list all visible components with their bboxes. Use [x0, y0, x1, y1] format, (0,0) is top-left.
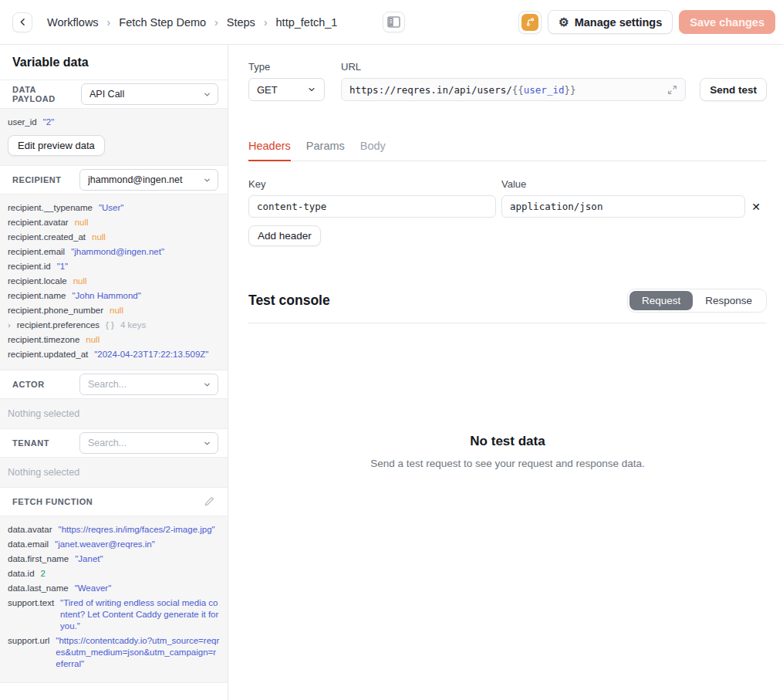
data-value: "2024-04-23T17:22:13.509Z": [94, 349, 208, 360]
value-label: Value: [501, 178, 745, 190]
breadcrumb-item[interactable]: › Steps: [206, 16, 255, 29]
chevron-left-icon: [18, 17, 28, 27]
chevron-down-icon: [203, 176, 211, 184]
breadcrumb-item[interactable]: › Fetch Step Demo: [99, 16, 207, 29]
chevron-down-icon: [203, 380, 211, 389]
actor-search-placeholder: Search...: [88, 379, 127, 390]
data-row: data.email "janet.weaver@reqres.in": [8, 537, 220, 552]
data-payload-select[interactable]: API Call: [81, 83, 218, 105]
toggle-segment[interactable]: Request: [629, 291, 693, 310]
tab[interactable]: Headers: [248, 140, 291, 161]
actor-empty-state: Nothing selected: [0, 398, 228, 429]
breadcrumb-label: Workflows: [47, 16, 99, 29]
fetch-function-section-header: FETCH FUNCTION: [0, 488, 228, 516]
expand-icon[interactable]: [667, 85, 677, 95]
chevron-down-icon: [203, 90, 211, 99]
data-key: recipient.updated_at: [8, 349, 88, 360]
actor-label: ACTOR: [12, 380, 45, 389]
git-branch-icon: [521, 14, 538, 31]
data-row: recipient.id "1": [8, 259, 220, 274]
url-value: https://reqres.in/api/users/{{user_id}}: [349, 84, 667, 96]
header-key-input[interactable]: [248, 195, 496, 218]
request-tabs: Headers Params Body: [248, 140, 767, 161]
data-row: recipient.avatar null: [8, 215, 220, 230]
data-key: recipient.id: [8, 261, 51, 272]
manage-settings-button[interactable]: ⚙ Manage settings: [548, 10, 673, 34]
data-row: recipient.phone_number null: [8, 303, 220, 318]
url-input[interactable]: https://reqres.in/api/users/{{user_id}}: [341, 78, 686, 101]
data-value: "janet.weaver@reqres.in": [55, 539, 155, 550]
tab[interactable]: Body: [360, 140, 386, 161]
data-key: recipient.__typename: [8, 202, 93, 214]
data-key: recipient.created_at: [8, 232, 86, 243]
data-value: null: [75, 217, 89, 228]
tenant-label: TENANT: [12, 438, 49, 448]
remove-header-button[interactable]: ✕: [745, 201, 767, 218]
fetch-function-label: FETCH FUNCTION: [12, 497, 93, 506]
data-row: data.last_name "Weaver": [8, 581, 220, 596]
toggle-panel-button[interactable]: [383, 12, 405, 32]
breadcrumb-separator-icon: ›: [107, 16, 111, 29]
header-value-input[interactable]: [501, 195, 745, 218]
sidebar-layout-icon: [387, 16, 400, 28]
recipient-select[interactable]: jhammond@ingen.net: [79, 169, 218, 191]
tenant-section-header: TENANT Search...: [0, 429, 228, 457]
edit-preview-data-button[interactable]: Edit preview data: [8, 135, 105, 156]
empty-state-title: No test data: [248, 434, 767, 449]
request-editor-panel: Type GET URL https://reqres.in/api/users…: [228, 45, 783, 700]
data-key: user_id: [8, 117, 37, 128]
recipient-section-header: RECIPIENT jhammond@ingen.net: [0, 166, 228, 194]
data-key: recipient.timezone: [8, 334, 79, 346]
add-header-button[interactable]: Add header: [248, 225, 321, 246]
toggle-segment[interactable]: Response: [693, 291, 764, 310]
data-value: "Janet": [75, 553, 103, 565]
tenant-search-placeholder: Search...: [88, 438, 127, 448]
type-label: Type: [248, 61, 325, 73]
data-value: null: [73, 276, 87, 287]
data-row: data.first_name "Janet": [8, 552, 220, 566]
data-payload-label: DATA PAYLOAD: [12, 85, 81, 103]
data-key: data.last_name: [8, 583, 69, 594]
data-row: recipient.updated_at "2024-04-23T17:22:1…: [8, 347, 220, 362]
empty-state-subtitle: Send a test request to see your request …: [248, 458, 767, 469]
data-row: recipient.name "John Hammond": [8, 289, 220, 303]
data-key: data.avatar: [8, 524, 52, 536]
breadcrumb-label: http_fetch_1: [276, 16, 338, 29]
edit-fetch-function-button[interactable]: [200, 494, 218, 509]
data-value: { }: [106, 320, 114, 331]
data-value: "https://contentcaddy.io?utm_source=reqr…: [56, 635, 220, 670]
data-value: null: [86, 334, 100, 346]
test-console-title: Test console: [248, 293, 330, 309]
recipient-data-list: recipient.__typename "User" recipient.av…: [0, 194, 228, 370]
breadcrumb-label: Fetch Step Demo: [119, 16, 206, 29]
breadcrumb-item[interactable]: › http_fetch_1: [255, 16, 338, 29]
tenant-search-select[interactable]: Search...: [79, 432, 218, 454]
fetch-function-data-list: data.avatar "https://reqres.in/img/faces…: [0, 516, 228, 683]
save-changes-button[interactable]: Save changes: [679, 10, 775, 34]
breadcrumb-item[interactable]: › Workflows: [47, 16, 99, 29]
recipient-label: RECIPIENT: [12, 175, 62, 184]
data-value: "Tired of writing endless social media c…: [60, 597, 220, 632]
chevron-down-icon: [203, 439, 211, 448]
pencil-icon: [203, 495, 215, 508]
send-test-button[interactable]: Send test: [700, 78, 767, 101]
chevron-down-icon: [307, 85, 316, 94]
data-key: recipient.locale: [8, 276, 67, 287]
sidebar-title: Variable data: [0, 45, 228, 80]
method-select[interactable]: GET: [248, 78, 325, 101]
data-row: recipient.created_at null: [8, 230, 220, 245]
data-row: data.id 2: [8, 566, 220, 581]
expand-chevron-icon[interactable]: ›: [8, 320, 11, 331]
actor-search-select[interactable]: Search...: [79, 374, 218, 395]
variable-data-sidebar: Variable data DATA PAYLOAD API Call user…: [0, 45, 228, 700]
tab[interactable]: Params: [306, 140, 345, 161]
commit-status-button[interactable]: [518, 11, 542, 34]
back-button[interactable]: [12, 12, 32, 32]
gear-icon: ⚙: [559, 16, 569, 28]
data-key: data.email: [8, 539, 49, 550]
close-icon: ✕: [751, 201, 761, 213]
breadcrumb-separator-icon: ›: [264, 16, 268, 29]
data-value: "jhammond@ingen.net": [71, 246, 164, 258]
data-row: support.text "Tired of writing endless s…: [8, 596, 220, 634]
data-row: recipient.__typename "User": [8, 201, 220, 215]
